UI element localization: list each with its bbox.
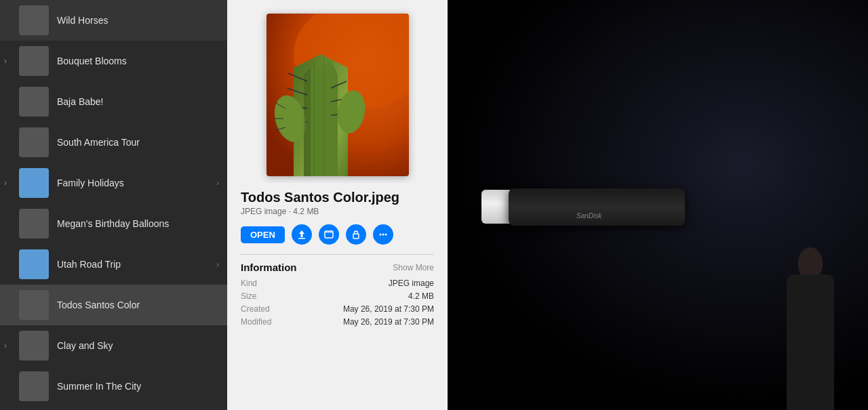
info-key: Created (241, 304, 270, 314)
show-more-button[interactable]: Show More (393, 263, 434, 272)
sidebar-item-family-holidays[interactable]: ›Family Holidays› (0, 163, 227, 203)
info-value: JPEG image (389, 279, 434, 288)
more-button[interactable] (373, 224, 393, 245)
info-header: Information Show More (241, 262, 434, 273)
action-buttons: OPEN (241, 224, 434, 245)
label-wild-horses: Wild Horses (57, 15, 219, 26)
info-row: CreatedMay 26, 2019 at 7:30 PM (241, 304, 434, 314)
svg-rect-22 (353, 234, 359, 239)
info-rows-container: KindJPEG imageSize4.2 MBCreatedMay 26, 2… (241, 279, 434, 327)
cactus-image (267, 14, 409, 176)
sidebar-item-todos-santos-color[interactable]: Todos Santos Color (0, 285, 227, 325)
sidebar-item-clay-and-sky[interactable]: ›Clay and Sky (0, 325, 227, 366)
file-title: Todos Santos Color.jpeg (241, 190, 434, 205)
upload-icon (296, 229, 307, 240)
window-icon (323, 229, 334, 240)
more-icon (378, 229, 389, 240)
chevron-right-icon: › (216, 179, 219, 187)
sidebar-item-south-america-tour[interactable]: South America Tour (0, 122, 227, 163)
open-button[interactable]: OPEN (241, 226, 285, 243)
label-clay-and-sky: Clay and Sky (57, 340, 219, 351)
svg-point-24 (382, 234, 384, 236)
sidebar-item-bouquet-blooms[interactable]: ›Bouquet Blooms (0, 41, 227, 81)
info-row: Size4.2 MB (241, 291, 434, 301)
information-title: Information (241, 262, 297, 273)
thumbnail-bouquet-blooms (19, 46, 49, 76)
detail-content: Todos Santos Color.jpeg JPEG image · 4.2… (227, 183, 448, 410)
usb-body: SanDisk (509, 188, 685, 226)
info-row: KindJPEG image (241, 279, 434, 288)
svg-point-23 (379, 234, 381, 236)
label-baja-babe: Baja Babe! (57, 96, 219, 107)
thumbnail-baja-babe (19, 87, 49, 117)
svg-point-25 (384, 234, 387, 236)
thumbnail-summer-in-the-city (19, 371, 49, 401)
presenter-head (798, 247, 823, 278)
sidebar-item-utah-road-trip[interactable]: Utah Road Trip› (0, 244, 227, 285)
info-key: Kind (241, 279, 257, 288)
info-value: 4.2 MB (408, 291, 434, 301)
thumbnail-clay-and-sky (19, 331, 49, 361)
info-value: May 26, 2019 at 7:30 PM (343, 317, 434, 327)
window-button[interactable] (319, 224, 339, 245)
info-row: ModifiedMay 26, 2019 at 7:30 PM (241, 317, 434, 327)
label-summer-in-the-city: Summer In The City (57, 381, 219, 392)
detail-image-container (227, 0, 448, 183)
label-todos-santos-color: Todos Santos Color (57, 300, 219, 310)
presentation-area: SanDisk (448, 0, 868, 410)
info-value: May 26, 2019 at 7:30 PM (343, 304, 434, 314)
sidebar-item-summer-in-the-city[interactable]: Summer In The City (0, 366, 227, 407)
chevron-left-icon: › (4, 341, 7, 350)
thumbnail-wild-horses (19, 5, 49, 35)
presenter-body (787, 274, 834, 410)
chevron-right-icon: › (216, 260, 219, 268)
usb-device: SanDisk (481, 176, 698, 237)
sidebar: Wild Horses›Bouquet BloomsBaja Babe!Sout… (0, 0, 227, 410)
info-key: Modified (241, 317, 271, 327)
label-south-america-tour: South America Tour (57, 137, 219, 148)
label-megans-birthday: Megan's Birthday Balloons (57, 218, 219, 229)
usb-brand-label: SanDisk (576, 212, 601, 220)
file-subtitle: JPEG image · 4.2 MB (241, 207, 434, 216)
info-section: Information Show More KindJPEG imageSize… (241, 254, 434, 327)
sidebar-item-wild-horses[interactable]: Wild Horses (0, 0, 227, 41)
presenter-silhouette (773, 241, 854, 410)
label-bouquet-blooms: Bouquet Blooms (57, 56, 219, 66)
info-key: Size (241, 291, 256, 301)
thumbnail-family-holidays (19, 168, 49, 198)
app-panel: Wild Horses›Bouquet BloomsBaja Babe!Sout… (0, 0, 448, 410)
thumbnail-utah-road-trip (19, 249, 49, 279)
detail-panel: Todos Santos Color.jpeg JPEG image · 4.2… (227, 0, 448, 410)
label-utah-road-trip: Utah Road Trip (57, 259, 216, 270)
thumbnail-south-america-tour (19, 127, 49, 157)
svg-rect-19 (298, 238, 305, 239)
upload-button[interactable] (292, 224, 312, 245)
detail-image (267, 14, 409, 176)
sidebar-item-baja-babe[interactable]: Baja Babe! (0, 81, 227, 122)
chevron-left-icon: › (4, 178, 7, 188)
svg-marker-18 (304, 68, 311, 176)
sidebar-item-megans-birthday[interactable]: Megan's Birthday Balloons (0, 203, 227, 244)
thumbnail-todos-santos-color (19, 290, 49, 320)
label-family-holidays: Family Holidays (57, 178, 216, 188)
thumbnail-megans-birthday (19, 209, 49, 239)
svg-rect-21 (325, 231, 333, 233)
lock-icon (351, 229, 361, 240)
chevron-left-icon: › (4, 56, 7, 66)
lock-button[interactable] (346, 224, 366, 245)
